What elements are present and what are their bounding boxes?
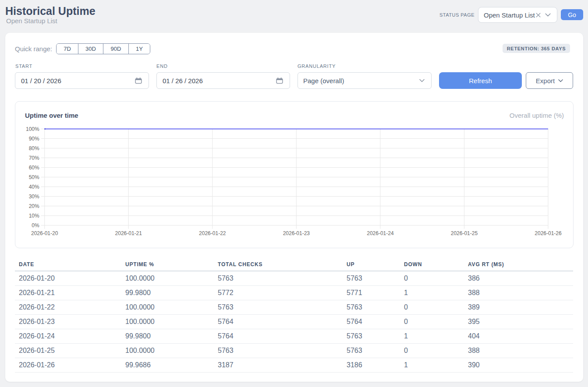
svg-text:20%: 20% <box>29 203 39 209</box>
svg-text:90%: 90% <box>29 136 39 142</box>
svg-text:0%: 0% <box>32 222 39 229</box>
svg-text:70%: 70% <box>29 155 39 161</box>
svg-text:10%: 10% <box>29 213 39 219</box>
svg-text:50%: 50% <box>29 174 39 180</box>
svg-text:2026-01-25: 2026-01-25 <box>451 230 478 236</box>
svg-text:80%: 80% <box>29 145 39 151</box>
svg-text:2026-01-21: 2026-01-21 <box>115 230 142 236</box>
svg-text:2026-01-26: 2026-01-26 <box>535 230 562 236</box>
svg-text:2026-01-24: 2026-01-24 <box>367 230 394 236</box>
svg-text:40%: 40% <box>29 184 39 190</box>
svg-text:2026-01-22: 2026-01-22 <box>199 230 226 236</box>
svg-text:30%: 30% <box>29 194 39 200</box>
svg-text:60%: 60% <box>29 165 39 171</box>
svg-text:2026-01-20: 2026-01-20 <box>31 230 58 236</box>
svg-text:100%: 100% <box>26 126 39 132</box>
svg-text:2026-01-23: 2026-01-23 <box>283 230 310 236</box>
